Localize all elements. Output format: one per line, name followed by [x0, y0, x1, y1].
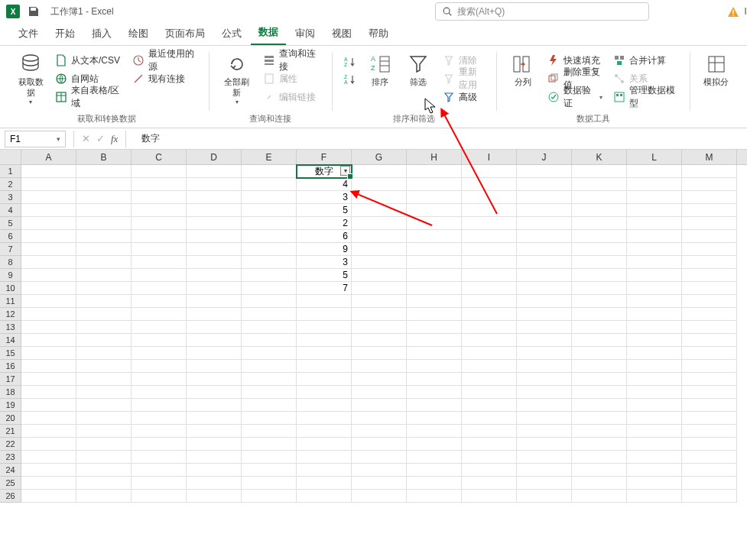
cell-E19[interactable] [242, 399, 297, 412]
sort-desc-button[interactable]: ZA [342, 71, 359, 88]
queries-conn-button[interactable]: 查询和连接 [260, 52, 323, 69]
row-header[interactable]: 12 [0, 308, 21, 321]
cell-J5[interactable] [517, 217, 572, 230]
cell-I3[interactable] [462, 191, 517, 204]
cell-L18[interactable] [627, 386, 682, 399]
cell-F25[interactable] [297, 477, 352, 490]
cell-J10[interactable] [517, 282, 572, 295]
cell-D16[interactable] [187, 360, 242, 373]
cell-E16[interactable] [242, 360, 297, 373]
cell-B7[interactable] [76, 243, 132, 256]
cell-D11[interactable] [187, 295, 242, 308]
cell-I20[interactable] [462, 412, 517, 425]
cell-L8[interactable] [627, 256, 682, 269]
cell-D21[interactable] [187, 425, 242, 438]
cell-L25[interactable] [627, 477, 682, 490]
col-header-D[interactable]: D [187, 150, 242, 164]
cell-M8[interactable] [682, 256, 737, 269]
cell-C7[interactable] [132, 243, 187, 256]
tab-insert[interactable]: 插入 [84, 24, 119, 45]
cell-B2[interactable] [76, 178, 132, 191]
cell-D24[interactable] [187, 464, 242, 477]
cell-I26[interactable] [462, 490, 517, 503]
cell-A2[interactable] [21, 178, 76, 191]
cell-A18[interactable] [21, 386, 76, 399]
cell-M1[interactable] [682, 165, 737, 178]
cell-C24[interactable] [132, 464, 187, 477]
cell-L4[interactable] [627, 204, 682, 217]
cell-H7[interactable] [407, 243, 462, 256]
cell-A24[interactable] [21, 464, 76, 477]
cell-F5[interactable]: 2 [297, 217, 352, 230]
cell-L7[interactable] [627, 243, 682, 256]
cell-F22[interactable] [297, 438, 352, 451]
cell-B26[interactable] [76, 490, 132, 503]
row-header[interactable]: 1 [0, 165, 21, 178]
cell-J15[interactable] [517, 347, 572, 360]
cell-D6[interactable] [187, 230, 242, 243]
cell-M16[interactable] [682, 360, 737, 373]
cell-D22[interactable] [187, 438, 242, 451]
row-header[interactable]: 14 [0, 334, 21, 347]
col-header-G[interactable]: G [352, 150, 407, 164]
cell-B17[interactable] [76, 373, 132, 386]
cell-C9[interactable] [132, 269, 187, 282]
cell-H17[interactable] [407, 373, 462, 386]
cell-K16[interactable] [572, 360, 627, 373]
cell-E8[interactable] [242, 256, 297, 269]
cell-D1[interactable] [187, 165, 242, 178]
cell-H8[interactable] [407, 256, 462, 269]
cell-A15[interactable] [21, 347, 76, 360]
cell-G5[interactable] [352, 217, 407, 230]
select-all-corner[interactable] [0, 150, 21, 164]
cell-F17[interactable] [297, 373, 352, 386]
cell-H4[interactable] [407, 204, 462, 217]
cell-C8[interactable] [132, 256, 187, 269]
cell-E17[interactable] [242, 373, 297, 386]
cell-L21[interactable] [627, 425, 682, 438]
cell-A25[interactable] [21, 477, 76, 490]
cell-F3[interactable]: 3 [297, 191, 352, 204]
cell-G20[interactable] [352, 412, 407, 425]
cell-M12[interactable] [682, 308, 737, 321]
row-header[interactable]: 8 [0, 256, 21, 269]
text-to-cols-button[interactable]: 分列 [505, 50, 541, 89]
cell-H9[interactable] [407, 269, 462, 282]
cell-K8[interactable] [572, 256, 627, 269]
cell-G18[interactable] [352, 386, 407, 399]
cell-E1[interactable] [242, 165, 297, 178]
cell-D2[interactable] [187, 178, 242, 191]
cell-K3[interactable] [572, 191, 627, 204]
cell-F14[interactable] [297, 334, 352, 347]
cell-B14[interactable] [76, 334, 132, 347]
cell-H26[interactable] [407, 490, 462, 503]
cell-J3[interactable] [517, 191, 572, 204]
cell-F19[interactable] [297, 399, 352, 412]
cell-J2[interactable] [517, 178, 572, 191]
cell-B25[interactable] [76, 477, 132, 490]
cell-D7[interactable] [187, 243, 242, 256]
cell-K22[interactable] [572, 438, 627, 451]
cell-K5[interactable] [572, 217, 627, 230]
warning-icon[interactable] [727, 6, 739, 18]
cell-A10[interactable] [21, 282, 76, 295]
cell-A12[interactable] [21, 308, 76, 321]
tab-file[interactable]: 文件 [11, 24, 46, 45]
cell-G2[interactable] [352, 178, 407, 191]
cell-E14[interactable] [242, 334, 297, 347]
cell-E25[interactable] [242, 477, 297, 490]
cell-A21[interactable] [21, 425, 76, 438]
cell-E3[interactable] [242, 191, 297, 204]
recent-sources-button[interactable]: 最近使用的源 [129, 52, 200, 69]
cell-A22[interactable] [21, 438, 76, 451]
cell-C15[interactable] [132, 347, 187, 360]
cell-J6[interactable] [517, 230, 572, 243]
cell-L16[interactable] [627, 360, 682, 373]
cell-H22[interactable] [407, 438, 462, 451]
refresh-all-button[interactable]: 全部刷新 ▾ [216, 50, 256, 107]
tab-pagelayout[interactable]: 页面布局 [158, 24, 213, 45]
cell-L9[interactable] [627, 269, 682, 282]
advanced-filter-button[interactable]: 高级 [440, 89, 487, 105]
cell-H20[interactable] [407, 412, 462, 425]
cell-M21[interactable] [682, 425, 737, 438]
